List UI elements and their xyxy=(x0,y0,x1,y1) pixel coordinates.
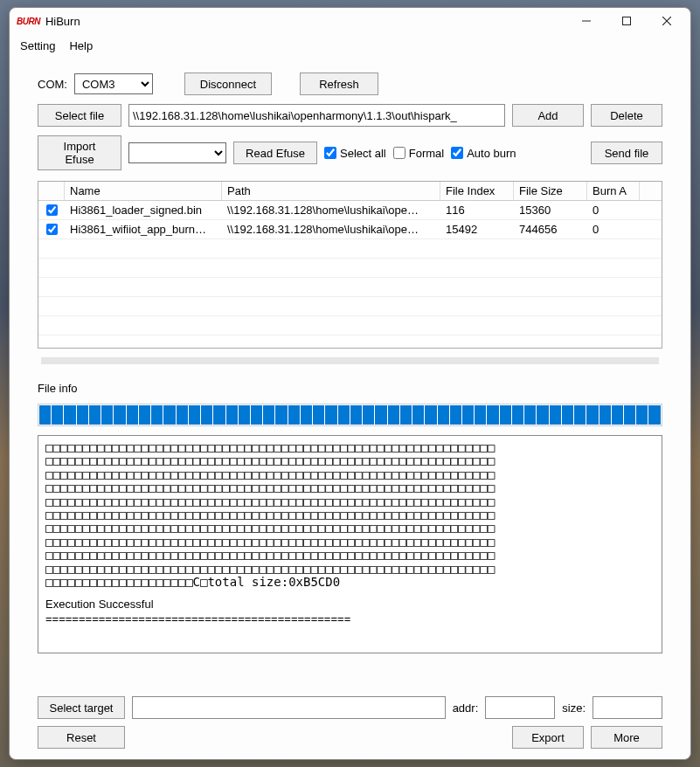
progress-segment xyxy=(500,405,511,425)
select-all-input[interactable] xyxy=(324,147,336,159)
progress-segment xyxy=(251,405,262,425)
log-status: Execution Successful xyxy=(45,598,655,612)
file-path-input[interactable] xyxy=(128,104,505,127)
formal-checkbox[interactable]: Formal xyxy=(393,147,444,160)
size-label: size: xyxy=(562,701,586,715)
progress-segment xyxy=(189,405,200,425)
target-row: Select target addr: size: xyxy=(38,696,662,719)
progress-segment xyxy=(263,405,274,425)
progress-segment xyxy=(550,405,561,425)
progress-segment xyxy=(512,405,523,425)
auto-burn-input[interactable] xyxy=(451,147,463,159)
progress-segment xyxy=(600,405,611,425)
log-line: □□□□□□□□□□□□□□□□□□□□□□□□□□□□□□□□□□□□□□□□… xyxy=(45,549,655,562)
progress-segment xyxy=(475,405,486,425)
col-burn-addr[interactable]: Burn A xyxy=(587,182,640,200)
col-name[interactable]: Name xyxy=(65,182,222,200)
col-path[interactable]: Path xyxy=(222,182,440,200)
close-button[interactable] xyxy=(647,9,687,33)
cell-file-index: 116 xyxy=(440,201,514,219)
row-checkbox[interactable] xyxy=(46,224,58,235)
cell-name: Hi3861_loader_signed.bin xyxy=(65,201,222,219)
app-window: BURN HiBurn Setting Help COM: COM3 Disco… xyxy=(9,7,691,760)
select-all-checkbox[interactable]: Select all xyxy=(324,147,386,160)
maximize-icon xyxy=(622,17,631,25)
progress-segment xyxy=(239,405,250,425)
addr-input[interactable] xyxy=(485,696,555,719)
log-line: □□□□□□□□□□□□□□□□□□□□□□□□□□□□□□□□□□□□□□□□… xyxy=(45,536,655,549)
progress-segment xyxy=(77,405,88,425)
progress-segment xyxy=(537,405,548,425)
more-button[interactable]: More xyxy=(591,726,662,749)
progress-segment xyxy=(325,405,336,425)
log-line: □□□□□□□□□□□□□□□□□□□□□□□□□□□□□□□□□□□□□□□□… xyxy=(45,468,655,481)
col-file-index[interactable]: File Index xyxy=(440,182,514,200)
table-row xyxy=(38,297,662,316)
menu-help[interactable]: Help xyxy=(69,39,93,52)
progress-segment xyxy=(52,405,63,425)
progress-segment xyxy=(375,405,386,425)
progress-segment xyxy=(388,405,399,425)
disconnect-button[interactable]: Disconnect xyxy=(184,73,272,95)
formal-input[interactable] xyxy=(393,147,405,159)
auto-burn-checkbox[interactable]: Auto burn xyxy=(451,147,516,160)
maximize-button[interactable] xyxy=(606,9,647,33)
delete-button[interactable]: Delete xyxy=(591,104,662,127)
minimize-icon xyxy=(582,17,591,25)
progress-segment xyxy=(301,405,312,425)
progress-segment xyxy=(350,405,362,425)
log-line: □□□□□□□□□□□□□□□□□□□□□□□□□□□□□□□□□□□□□□□□… xyxy=(45,495,655,508)
log-line: □□□□□□□□□□□□□□□□□□□□□□□□□□□□□□□□□□□□□□□□… xyxy=(45,481,655,494)
progress-segment xyxy=(400,405,412,425)
progress-segment xyxy=(338,405,350,425)
cell-file-size: 744656 xyxy=(514,220,587,238)
select-file-button[interactable]: Select file xyxy=(38,104,121,127)
target-input[interactable] xyxy=(132,696,446,719)
progress-segment xyxy=(612,405,623,425)
table-row[interactable]: Hi3861_wifiiot_app_burn… \\192.168.31.12… xyxy=(38,220,662,239)
cell-path: \\192.168.31.128\home\lushikai\ope… xyxy=(222,220,440,238)
log-line: □□□□□□□□□□□□□□□□□□□□C□total size:0xB5CD0 xyxy=(45,576,655,589)
progress-segment xyxy=(151,405,163,425)
row-checkbox[interactable] xyxy=(46,204,58,216)
refresh-button[interactable]: Refresh xyxy=(300,73,378,95)
auto-burn-label: Auto burn xyxy=(467,147,516,160)
progress-segment xyxy=(313,405,324,425)
file-table[interactable]: Name Path File Index File Size Burn A Hi… xyxy=(38,181,662,349)
col-file-size[interactable]: File Size xyxy=(514,182,587,200)
progress-segment xyxy=(648,405,660,425)
cell-file-index: 15492 xyxy=(440,220,514,238)
table-row xyxy=(38,239,662,259)
progress-segment xyxy=(487,405,498,425)
svg-rect-1 xyxy=(623,17,631,25)
progress-segment xyxy=(425,405,436,425)
filepath-row: Select file Add Delete xyxy=(38,104,662,127)
progress-segment xyxy=(89,405,100,425)
minimize-button[interactable] xyxy=(566,9,606,33)
table-row[interactable]: Hi3861_loader_signed.bin \\192.168.31.12… xyxy=(38,201,662,220)
select-target-button[interactable]: Select target xyxy=(38,696,125,719)
progress-segment xyxy=(462,405,474,425)
progress-segment xyxy=(450,405,461,425)
table-scrollbar[interactable] xyxy=(41,357,659,364)
table-row xyxy=(38,316,662,335)
log-line: □□□□□□□□□□□□□□□□□□□□□□□□□□□□□□□□□□□□□□□□… xyxy=(45,454,655,467)
cell-name: Hi3861_wifiiot_app_burn… xyxy=(65,220,222,238)
add-button[interactable]: Add xyxy=(512,104,584,127)
efuse-row: Import Efuse Read Efuse Select all Forma… xyxy=(38,135,662,170)
log-line: □□□□□□□□□□□□□□□□□□□□□□□□□□□□□□□□□□□□□□□□… xyxy=(45,522,655,535)
table-row xyxy=(38,335,662,349)
progress-segment xyxy=(275,405,287,425)
size-input[interactable] xyxy=(593,696,662,719)
read-efuse-button[interactable]: Read Efuse xyxy=(233,142,317,164)
log-output[interactable]: □□□□□□□□□□□□□□□□□□□□□□□□□□□□□□□□□□□□□□□□… xyxy=(38,435,662,653)
window-title: HiBurn xyxy=(45,15,566,28)
reset-button[interactable]: Reset xyxy=(38,726,125,749)
com-select[interactable]: COM3 xyxy=(74,73,153,94)
menu-setting[interactable]: Setting xyxy=(20,39,55,52)
export-button[interactable]: Export xyxy=(512,726,584,749)
efuse-select[interactable] xyxy=(128,142,226,163)
import-efuse-button[interactable]: Import Efuse xyxy=(38,135,121,170)
send-file-button[interactable]: Send file xyxy=(591,142,662,164)
progress-segment xyxy=(624,405,635,425)
